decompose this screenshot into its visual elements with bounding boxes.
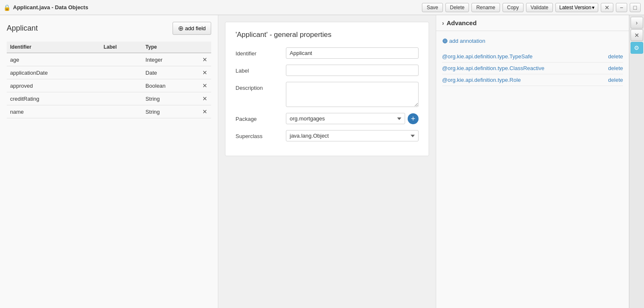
delete-field-button[interactable]: ✕: [202, 69, 207, 76]
right-panel-header: › Advanced: [436, 15, 629, 31]
description-row: Description: [236, 82, 419, 107]
table-row: creditRating String ✕: [7, 92, 211, 105]
field-type: String: [142, 92, 199, 105]
table-row: age Integer ✕: [7, 53, 211, 66]
annotation-row: @org.kie.api.definition.type.TypeSafe de…: [442, 51, 623, 63]
plus-icon: ⊕: [442, 37, 448, 45]
col-header-identifier: Identifier: [7, 42, 100, 53]
delete-field-button[interactable]: ✕: [202, 56, 207, 63]
description-input[interactable]: [286, 82, 419, 107]
add-field-button[interactable]: ⊕ add field: [173, 22, 211, 35]
annotation-link[interactable]: @org.kie.api.definition.type.TypeSafe: [442, 53, 533, 60]
left-panel: Applicant ⊕ add field Identifier Label T…: [0, 15, 218, 308]
identifier-label: Identifier: [236, 47, 286, 57]
col-header-type: Type: [142, 42, 199, 53]
col-header-actions: [199, 42, 211, 53]
description-label: Description: [236, 82, 286, 91]
fields-table: Identifier Label Type age Integer ✕ appl…: [7, 42, 211, 118]
general-props-box: 'Applicant' - general properties Identif…: [225, 22, 429, 156]
superclass-label: Superclass: [236, 130, 286, 139]
chevron-right-icon: ›: [442, 20, 444, 26]
advanced-title: Advanced: [447, 19, 477, 26]
field-label: [100, 53, 142, 66]
superclass-select[interactable]: java.lang.Object: [286, 130, 419, 141]
field-identifier: creditRating: [7, 92, 100, 105]
field-identifier: approved: [7, 79, 100, 92]
package-row: Package org.mortgages +: [236, 113, 419, 124]
field-label: [100, 79, 142, 92]
delete-field-button[interactable]: ✕: [202, 82, 207, 89]
delete-cell: ✕: [199, 92, 211, 105]
left-panel-header: Applicant ⊕ add field: [7, 22, 211, 35]
close-panel-button[interactable]: ✕: [631, 29, 643, 41]
page-title: Applicant.java - Data Objects: [13, 4, 419, 10]
maximize-button[interactable]: □: [630, 3, 641, 12]
annotation-link[interactable]: @org.kie.api.definition.type.Role: [442, 77, 521, 83]
identifier-input[interactable]: [286, 47, 419, 59]
delete-cell: ✕: [199, 53, 211, 66]
chevron-down-icon: ▾: [592, 5, 594, 10]
lock-icon: 🔒: [3, 4, 10, 11]
delete-annotation-button[interactable]: delete: [608, 53, 623, 60]
rename-button[interactable]: Rename: [471, 3, 500, 12]
package-select[interactable]: org.mortgages: [286, 113, 405, 124]
field-label: [100, 105, 142, 118]
package-label: Package: [236, 113, 286, 122]
annotation-row: @org.kie.api.definition.type.Role delete: [442, 74, 623, 86]
annotations-list: @org.kie.api.definition.type.TypeSafe de…: [442, 51, 623, 86]
superclass-row: Superclass java.lang.Object: [236, 130, 419, 141]
annotation-row: @org.kie.api.definition.type.ClassReacti…: [442, 63, 623, 74]
middle-panel: 'Applicant' - general properties Identif…: [218, 15, 436, 308]
table-row: approved Boolean ✕: [7, 79, 211, 92]
table-row: name String ✕: [7, 105, 211, 118]
label-input[interactable]: [286, 65, 419, 76]
field-identifier: applicationDate: [7, 66, 100, 79]
field-label: [100, 92, 142, 105]
right-panel-content: ⊕ add annotation @org.kie.api.definition…: [436, 31, 629, 308]
delete-field-button[interactable]: ✕: [202, 108, 207, 115]
identifier-row: Identifier: [236, 47, 419, 59]
save-button[interactable]: Save: [422, 3, 442, 12]
delete-annotation-button[interactable]: delete: [608, 65, 623, 71]
field-type: Boolean: [142, 79, 199, 92]
field-type: Integer: [142, 53, 199, 66]
add-package-button[interactable]: +: [408, 113, 419, 124]
general-props-title: 'Applicant' - general properties: [236, 31, 419, 39]
plus-icon: ⊕: [178, 24, 183, 32]
delete-cell: ✕: [199, 79, 211, 92]
delete-cell: ✕: [199, 66, 211, 79]
annotation-link[interactable]: @org.kie.api.definition.type.ClassReacti…: [442, 65, 545, 71]
minimize-button[interactable]: −: [616, 3, 627, 12]
gear-button[interactable]: ⚙: [631, 42, 643, 54]
field-label: [100, 66, 142, 79]
field-identifier: age: [7, 53, 100, 66]
field-identifier: name: [7, 105, 100, 118]
delete-annotation-button[interactable]: delete: [608, 77, 623, 83]
add-annotation-button[interactable]: ⊕ add annotation: [442, 37, 485, 45]
main-layout: Applicant ⊕ add field Identifier Label T…: [0, 15, 644, 308]
copy-button[interactable]: Copy: [503, 3, 524, 12]
delete-button[interactable]: Delete: [445, 3, 469, 12]
label-row: Label: [236, 65, 419, 76]
far-right-toolbar: › ✕ ⚙: [629, 15, 644, 308]
col-header-label: Label: [100, 42, 142, 53]
right-panel: › Advanced ⊕ add annotation @org.kie.api…: [436, 15, 629, 308]
latest-version-button[interactable]: Latest Version ▾: [555, 3, 598, 12]
sidebar-toggle-button[interactable]: ›: [631, 17, 643, 29]
validate-button[interactable]: Validate: [526, 3, 553, 12]
field-type: Date: [142, 66, 199, 79]
delete-field-button[interactable]: ✕: [202, 95, 207, 102]
field-type: String: [142, 105, 199, 118]
left-panel-title: Applicant: [7, 24, 38, 33]
close-button[interactable]: ✕: [601, 3, 613, 12]
label-label: Label: [236, 65, 286, 74]
table-row: applicationDate Date ✕: [7, 66, 211, 79]
top-bar: 🔒 Applicant.java - Data Objects Save Del…: [0, 0, 644, 15]
delete-cell: ✕: [199, 105, 211, 118]
